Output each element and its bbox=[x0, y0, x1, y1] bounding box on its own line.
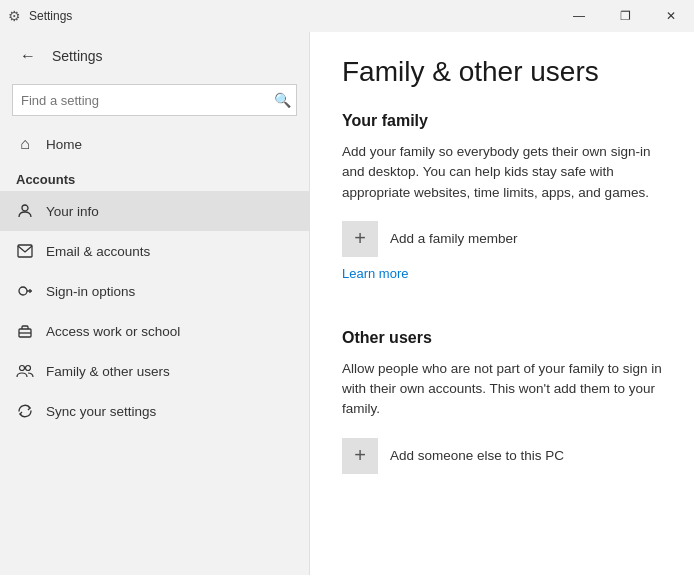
sidebar-item-home[interactable]: ⌂ Home bbox=[0, 124, 309, 164]
your-family-title: Your family bbox=[342, 112, 662, 130]
sidebar-item-label: Sync your settings bbox=[46, 404, 156, 419]
title-bar-title: Settings bbox=[29, 9, 72, 23]
sidebar-item-family[interactable]: Family & other users bbox=[0, 351, 309, 391]
add-family-member-button[interactable]: + bbox=[342, 221, 378, 257]
search-input[interactable] bbox=[12, 84, 297, 116]
sidebar-item-label: Home bbox=[46, 137, 82, 152]
sidebar-item-sign-in[interactable]: Sign-in options bbox=[0, 271, 309, 311]
other-users-description: Allow people who are not part of your fa… bbox=[342, 359, 662, 420]
svg-point-6 bbox=[26, 366, 31, 371]
add-other-user-button[interactable]: + bbox=[342, 438, 378, 474]
content-area: Family & other users Your family Add you… bbox=[310, 32, 694, 575]
sync-icon bbox=[16, 402, 34, 420]
other-users-title: Other users bbox=[342, 329, 662, 347]
sidebar-item-your-info[interactable]: Your info bbox=[0, 191, 309, 231]
maximize-button[interactable]: ❐ bbox=[602, 0, 648, 32]
learn-more-link[interactable]: Learn more bbox=[342, 266, 408, 281]
briefcase-icon bbox=[16, 322, 34, 340]
home-icon: ⌂ bbox=[16, 135, 34, 153]
key-icon bbox=[16, 282, 34, 300]
add-other-user-row: + Add someone else to this PC bbox=[342, 438, 662, 474]
sidebar-item-sync[interactable]: Sync your settings bbox=[0, 391, 309, 431]
person-icon bbox=[16, 202, 34, 220]
minimize-button[interactable]: — bbox=[556, 0, 602, 32]
app-container: ← Settings 🔍 ⌂ Home Accounts Your info bbox=[0, 32, 694, 575]
your-family-section: Your family Add your family so everybody… bbox=[342, 112, 662, 309]
search-icon-button[interactable]: 🔍 bbox=[274, 92, 291, 108]
page-title: Family & other users bbox=[342, 56, 662, 88]
title-bar: ⚙ Settings — ❐ ✕ bbox=[0, 0, 694, 32]
back-button[interactable]: ← bbox=[12, 40, 44, 72]
sidebar-item-email-accounts[interactable]: Email & accounts bbox=[0, 231, 309, 271]
your-family-description: Add your family so everybody gets their … bbox=[342, 142, 662, 203]
svg-point-2 bbox=[19, 287, 27, 295]
svg-point-0 bbox=[22, 205, 28, 211]
sidebar-section-title: Accounts bbox=[0, 164, 309, 191]
title-bar-left: ⚙ Settings bbox=[8, 8, 72, 24]
sidebar-item-work-school[interactable]: Access work or school bbox=[0, 311, 309, 351]
svg-rect-1 bbox=[18, 245, 32, 257]
sidebar: ← Settings 🔍 ⌂ Home Accounts Your info bbox=[0, 32, 310, 575]
sidebar-item-label: Sign-in options bbox=[46, 284, 135, 299]
sidebar-item-label: Your info bbox=[46, 204, 99, 219]
settings-icon: ⚙ bbox=[8, 8, 21, 24]
sidebar-item-label: Email & accounts bbox=[46, 244, 150, 259]
close-button[interactable]: ✕ bbox=[648, 0, 694, 32]
svg-point-5 bbox=[20, 366, 25, 371]
sidebar-search: 🔍 bbox=[12, 84, 297, 116]
family-icon bbox=[16, 362, 34, 380]
sidebar-item-label: Access work or school bbox=[46, 324, 180, 339]
other-users-section: Other users Allow people who are not par… bbox=[342, 329, 662, 474]
sidebar-nav-top: ← Settings bbox=[0, 32, 309, 80]
add-family-member-row: + Add a family member bbox=[342, 221, 662, 257]
title-bar-controls: — ❐ ✕ bbox=[556, 0, 694, 32]
add-family-member-label: Add a family member bbox=[390, 231, 518, 246]
sidebar-item-label: Family & other users bbox=[46, 364, 170, 379]
email-icon bbox=[16, 242, 34, 260]
sidebar-app-title: Settings bbox=[52, 48, 103, 64]
add-other-user-label: Add someone else to this PC bbox=[390, 448, 564, 463]
